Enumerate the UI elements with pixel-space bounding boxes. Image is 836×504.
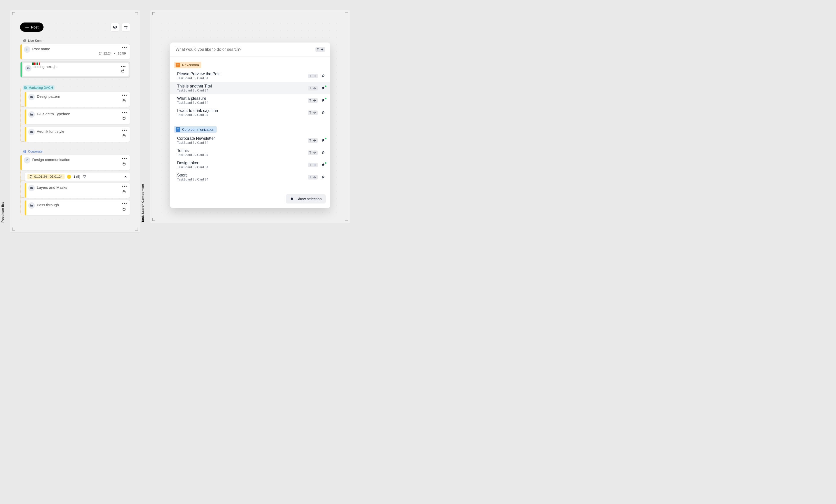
search-input[interactable] [175,47,295,52]
result-row[interactable]: TennisTaskBoard 3 / Card 34T [170,147,330,159]
post-title: coding next.js [34,64,127,69]
card-more-button[interactable]: ••• [122,93,127,97]
pin-button[interactable] [321,74,325,78]
result-sub: TaskBoard 3 / Card 34 [177,166,308,169]
post-time: 15.59 [118,52,126,55]
result-title: Corporate Newsletter [177,136,308,141]
result-row[interactable]: Please Preview the PostTaskBoard 3 / Car… [170,70,330,82]
post-card[interactable]: in Aeonik font style ••• [24,127,130,142]
result-row[interactable]: DesigntokenTaskBoard 3 / Card 34T [170,159,330,171]
filter-sliders-button[interactable] [121,23,130,32]
card-more-button[interactable]: ••• [122,184,127,188]
result-row[interactable]: This is another TitelTaskBoard 3 / Card … [170,82,330,94]
section-chip-corpcomm[interactable]: TCorp communication [174,126,216,133]
card-more-button[interactable]: ••• [122,111,127,115]
post-card[interactable]: in Post name 24.12.24 • 15.59 ••• [20,44,130,59]
status-stripe [25,127,26,142]
post-card[interactable]: in Designpattern ••• [24,92,130,107]
card-more-button[interactable]: ••• [122,156,127,160]
calendar-icon[interactable] [122,162,126,166]
pin-active-dot-icon [325,162,326,164]
post-card[interactable]: in Design communication ••• [20,155,130,170]
pin-icon [290,197,294,201]
result-row[interactable]: What a pleasureTaskBoard 3 / Card 34T [170,94,330,106]
linkedin-avatar-icon: in [28,94,35,100]
arrow-right-icon [320,48,324,51]
target-icon [23,150,26,153]
linkedin-avatar-icon: in [24,46,30,53]
pin-icon [321,151,325,155]
result-shortcut-badge[interactable]: T [308,138,318,143]
linkedin-avatar-icon: in [28,185,35,191]
group-header-live[interactable]: Live Komm [23,39,130,42]
serial-date-chip[interactable]: 01.01.24 - 07.01.24 [27,174,64,179]
target-icon [23,39,26,42]
pin-button[interactable] [321,86,325,90]
chevron-up-icon[interactable] [124,175,127,178]
result-shortcut-badge[interactable]: T [308,175,318,179]
pin-button[interactable] [321,151,325,155]
group-header-marketing[interactable]: Marketing DACH [23,85,130,90]
pin-button[interactable] [321,163,325,167]
arrow-right-icon [313,139,316,142]
pin-active-dot-icon [325,85,326,87]
pin-active-dot-icon [325,98,326,99]
sliders-icon [124,25,128,29]
post-card[interactable]: in Layers and Masks ••• [24,182,130,198]
post-title: GT-Sectra Typeface [37,112,128,116]
group-header-corporate[interactable]: Corporate [23,150,130,153]
section-chip-newsroom[interactable]: TNewsroom [174,62,202,68]
pin-button[interactable] [321,175,325,179]
result-title: Sport [177,173,308,177]
pin-button[interactable] [321,98,325,102]
serial-header[interactable]: 01.01.24 - 07.01.24 ! 1 (5) [24,172,130,181]
result-sub: TaskBoard 3 / Card 34 [177,101,308,104]
card-more-button[interactable]: ••• [121,64,126,69]
calendar-icon[interactable] [122,116,126,120]
status-stripe [25,183,26,198]
calendar-icon[interactable] [122,134,126,137]
frame-label-right: Task Search Compoment [141,184,145,222]
post-card[interactable]: in GT-Sectra Typeface ••• [24,109,130,124]
pin-icon [321,98,325,102]
calendar-icon[interactable] [122,190,126,194]
pin-button[interactable] [321,138,325,142]
result-row[interactable]: Corporate NewsletterTaskBoard 3 / Card 3… [170,134,330,147]
status-stripe [20,44,22,59]
plus-icon [25,25,29,29]
result-shortcut-badge[interactable]: T [308,74,318,78]
copy-check-button[interactable] [111,23,119,32]
post-title: Aeonik font style [37,129,128,134]
section-tile-icon: T [176,63,180,67]
card-more-button[interactable]: ••• [122,128,127,132]
show-selection-button[interactable]: Show selection [286,194,326,203]
group-label: Marketing DACH [28,86,53,90]
arrow-right-icon [313,175,316,179]
pin-button[interactable] [321,111,325,115]
pin-icon [321,111,325,115]
result-row[interactable]: I want to drink cajuinhaTaskBoard 3 / Ca… [170,106,330,119]
result-shortcut-badge[interactable]: T [308,86,318,91]
result-row[interactable]: SportTaskBoard 3 / Card 34T [170,171,330,183]
section-label: Corp communication [182,128,214,132]
linkedin-avatar-icon: in [25,65,32,72]
pin-active-dot-icon [325,138,326,139]
calendar-icon[interactable] [122,99,126,102]
result-shortcut-badge[interactable]: T [308,151,318,155]
calendar-icon[interactable] [121,69,125,73]
card-more-button[interactable]: ••• [122,46,127,50]
group-label: Live Komm [28,39,44,42]
add-post-button[interactable]: Post [20,22,43,32]
card-more-button[interactable]: ••• [122,202,127,206]
post-list-frame: Post Live Komm in [10,10,140,233]
post-card[interactable]: in Pass through ••• [24,200,130,215]
result-shortcut-badge[interactable]: T [308,163,318,167]
result-sub: TaskBoard 3 / Card 34 [177,89,308,92]
result-shortcut-badge[interactable]: T [308,98,318,103]
refresh-icon [29,175,33,178]
result-title: What a pleasure [177,96,308,101]
post-card-selected[interactable]: in coding next.js ••• [20,61,130,78]
calendar-icon[interactable] [122,208,126,211]
funnel-icon[interactable] [83,175,86,178]
result-shortcut-badge[interactable]: T [308,111,318,115]
